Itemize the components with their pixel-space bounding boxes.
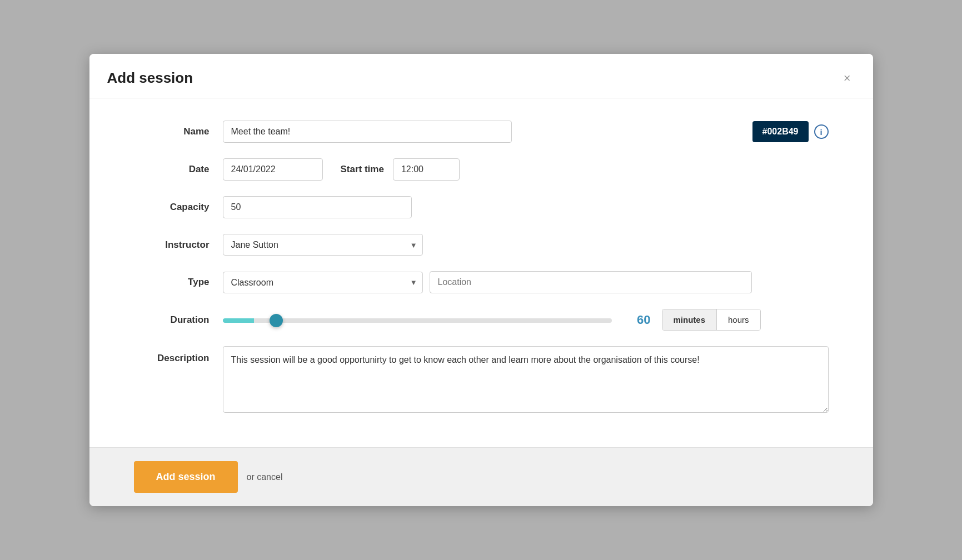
backdrop: Add session × Name #002B49 i Date Sta [0,0,962,560]
instructor-select-wrapper: Jane Sutton John Smith ▼ [223,234,423,256]
duration-controls: 60 minutes hours [223,309,829,331]
modal-header: Add session × [89,54,873,98]
date-label: Date [134,164,223,175]
instructor-label: Instructor [134,239,223,251]
duration-slider[interactable] [223,318,612,323]
info-icon[interactable]: i [814,124,829,139]
cancel-link[interactable]: or cancel [247,472,283,482]
type-row: Type Classroom Online Hybrid ▼ [134,271,829,293]
description-textarea[interactable]: This session will be a good opportunirty… [223,346,829,413]
hours-button[interactable]: hours [717,309,760,330]
type-select[interactable]: Classroom Online Hybrid [223,272,423,293]
description-label: Description [134,346,223,364]
duration-label: Duration [134,314,223,326]
modal-footer: Add session or cancel [89,447,873,506]
modal-body: Name #002B49 i Date Start time Capacity [89,98,873,447]
capacity-row: Capacity [134,196,829,218]
modal-title: Add session [107,69,193,87]
location-input[interactable] [430,271,752,293]
instructor-select[interactable]: Jane Sutton John Smith [223,234,423,256]
start-time-label: Start time [341,164,384,175]
capacity-input[interactable] [223,196,412,218]
date-input[interactable] [223,158,323,181]
add-session-button[interactable]: Add session [134,461,238,493]
close-button[interactable]: × [839,70,855,87]
color-badge-group: #002B49 i [752,121,829,142]
color-swatch-button[interactable]: #002B49 [752,121,809,142]
type-label: Type [134,277,223,288]
duration-slider-container [223,315,612,325]
name-row: Name #002B49 i [134,121,829,143]
date-row: Date Start time [134,158,829,181]
minutes-button[interactable]: minutes [662,309,717,330]
type-select-wrapper: Classroom Online Hybrid ▼ [223,272,423,293]
start-time-input[interactable] [393,158,460,181]
description-wrapper: This session will be a good opportunirty… [223,346,829,415]
name-label: Name [134,126,223,137]
modal: Add session × Name #002B49 i Date Sta [89,54,873,506]
description-row: Description This session will be a good … [134,346,829,415]
capacity-label: Capacity [134,202,223,213]
duration-units: minutes hours [662,309,761,331]
duration-value: 60 [623,313,651,327]
name-input[interactable] [223,121,512,143]
duration-row: Duration 60 minutes hours [134,309,829,331]
instructor-row: Instructor Jane Sutton John Smith ▼ [134,234,829,256]
